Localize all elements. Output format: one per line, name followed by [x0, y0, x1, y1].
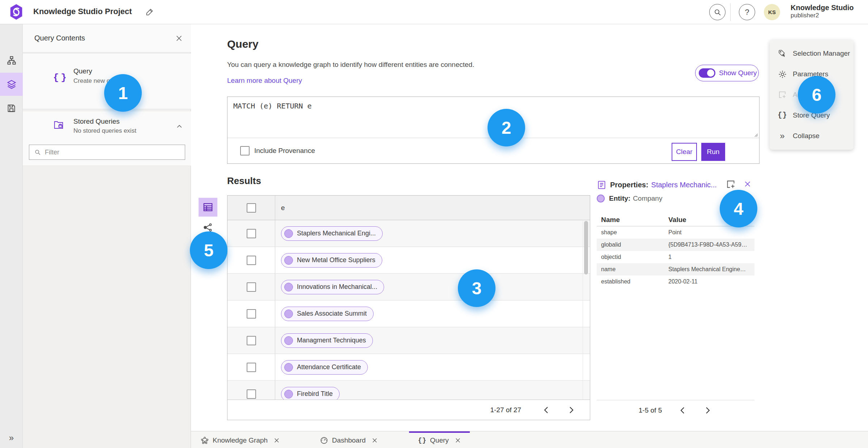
- clear-button[interactable]: Clear: [672, 143, 697, 161]
- entity-type-row: Entity: Company: [597, 195, 662, 202]
- close-tab-icon[interactable]: [273, 437, 280, 444]
- properties-header: Properties: Staplers Mechanic...: [597, 179, 754, 191]
- entity-pill[interactable]: Attendance Certificate: [281, 360, 368, 375]
- close-icon[interactable]: [175, 34, 183, 42]
- row-checkbox[interactable]: [247, 363, 256, 372]
- chevron-up-icon[interactable]: [176, 123, 183, 130]
- property-row: name Staplers Mechanical Engineering: [597, 263, 754, 276]
- table-row: New Metal Office Suppliers: [227, 247, 590, 274]
- expand-rail-button[interactable]: »: [0, 433, 23, 443]
- results-pagination: 1-27 of 27: [227, 400, 590, 420]
- user-menu[interactable]: Knowledge Studio publisher2: [791, 4, 854, 19]
- braces-icon: { }: [53, 72, 67, 83]
- entity-dot-icon: [284, 229, 293, 238]
- contents-item-stored-queries[interactable]: Stored Queries No stored queries exist: [23, 111, 191, 166]
- selection-manager-icon: [778, 49, 787, 58]
- collapse-button[interactable]: » Collapse: [770, 131, 854, 141]
- chevron-right-icon: [567, 406, 575, 414]
- annotation-callout-3: 3: [458, 269, 495, 307]
- entity-dot-icon: [597, 195, 605, 202]
- properties-doc-icon: [597, 180, 607, 190]
- row-checkbox[interactable]: [247, 282, 256, 292]
- close-tab-icon[interactable]: [371, 437, 378, 444]
- contents-panel-header: Query Contents: [23, 24, 191, 52]
- name-column-header: Name: [597, 216, 668, 224]
- row-checkbox[interactable]: [247, 336, 256, 345]
- learn-more-link[interactable]: Learn more about Query: [227, 77, 302, 85]
- entity-pill[interactable]: Innovations in Mechanical...: [281, 280, 384, 294]
- add-to-new-window-icon[interactable]: [726, 179, 736, 189]
- results-table-body: Staplers Mechanical Engi... New Metal Of…: [227, 220, 590, 400]
- close-icon[interactable]: [744, 180, 752, 188]
- search-button[interactable]: [709, 4, 726, 20]
- user-name: Knowledge Studio: [791, 4, 854, 12]
- tab-knowledge-graph[interactable]: Knowledge Graph: [192, 431, 289, 448]
- table-icon: [203, 202, 213, 213]
- entity-dot-icon: [284, 336, 293, 345]
- left-icon-rail: »: [0, 24, 23, 448]
- rail-item-data-model[interactable]: [0, 49, 23, 72]
- results-scrollbar[interactable]: [584, 221, 588, 274]
- selected-entity-link[interactable]: Staplers Mechanic...: [651, 181, 717, 189]
- braces-icon: { }: [778, 111, 787, 120]
- show-query-toggle[interactable]: Show Query: [695, 65, 759, 81]
- entity-pill[interactable]: New Metal Office Suppliers: [281, 253, 382, 268]
- row-checkbox[interactable]: [247, 229, 256, 238]
- annotation-callout-4: 4: [720, 190, 757, 227]
- query-item-label: Query: [73, 67, 92, 75]
- entity-pill[interactable]: Staplers Mechanical Engi...: [281, 226, 383, 241]
- property-row: objectid 1: [597, 251, 754, 263]
- rail-item-save[interactable]: [0, 97, 23, 120]
- entity-type-value: Company: [633, 195, 662, 202]
- include-provenance-checkbox[interactable]: [240, 146, 250, 155]
- prev-page-button[interactable]: [542, 405, 552, 415]
- prev-page-button[interactable]: [678, 406, 688, 415]
- annotation-callout-5: 5: [190, 231, 227, 269]
- property-row: shape Point: [597, 226, 754, 239]
- results-range-label: 1-27 of 27: [490, 406, 521, 414]
- row-checkbox[interactable]: [247, 256, 256, 265]
- filter-input[interactable]: [45, 149, 179, 156]
- gear-icon: [778, 69, 787, 79]
- run-button[interactable]: Run: [701, 143, 725, 161]
- app-logo-icon: [8, 4, 25, 20]
- rail-item-contents[interactable]: [0, 73, 23, 96]
- table-view-button[interactable]: [199, 198, 217, 217]
- results-title: Results: [227, 175, 261, 187]
- query-editor-footer: Include Provenance Clear Run: [227, 138, 759, 163]
- entity-dot-icon: [284, 390, 293, 398]
- toggle-knob: [707, 69, 714, 77]
- help-button[interactable]: ?: [739, 4, 755, 20]
- annotation-callout-2: 2: [488, 109, 525, 146]
- chevron-right-icon: [703, 406, 712, 415]
- stored-queries-folder-icon: [53, 119, 64, 130]
- tab-dashboard[interactable]: Dashboard: [311, 431, 387, 448]
- entity-pill[interactable]: Firebird Title: [281, 387, 340, 400]
- table-row: Managment Techniques: [227, 327, 590, 354]
- annotation-callout-6: 6: [798, 76, 835, 114]
- search-icon: [34, 149, 41, 156]
- row-checkbox[interactable]: [247, 309, 256, 319]
- resize-handle[interactable]: [753, 132, 758, 137]
- properties-title: Properties:: [610, 181, 648, 189]
- table-row: Innovations in Mechanical...: [227, 274, 590, 300]
- annotation-callout-1: 1: [104, 74, 142, 112]
- next-page-button[interactable]: [567, 405, 576, 415]
- column-header-e: e: [275, 204, 285, 212]
- avatar[interactable]: KS: [764, 4, 780, 20]
- close-tab-icon[interactable]: [455, 437, 461, 444]
- entity-pill[interactable]: Sales Associate Summit: [281, 307, 374, 321]
- question-icon: ?: [745, 8, 749, 17]
- tab-query[interactable]: { } Query: [409, 431, 470, 448]
- select-all-checkbox[interactable]: [247, 203, 256, 213]
- next-page-button[interactable]: [703, 406, 712, 415]
- add-window-icon: [778, 90, 787, 99]
- entity-dot-icon: [284, 256, 293, 265]
- selection-manager-button[interactable]: Selection Manager: [770, 49, 854, 58]
- entity-pill[interactable]: Managment Techniques: [281, 333, 373, 348]
- row-checkbox[interactable]: [247, 389, 256, 399]
- edit-title-icon[interactable]: [145, 8, 154, 16]
- table-row: Attendance Certificate: [227, 354, 590, 381]
- scrollbar-track-divider: [583, 221, 583, 400]
- search-icon: [713, 8, 722, 17]
